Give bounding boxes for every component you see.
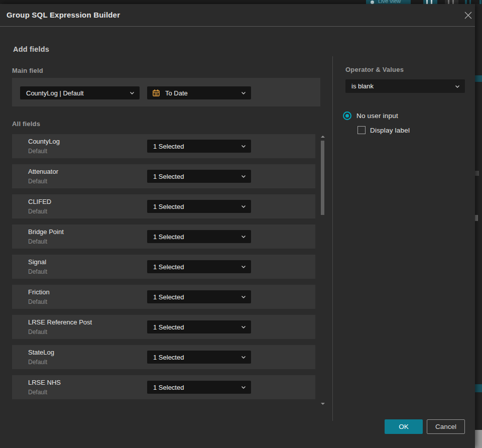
scrollbar[interactable] bbox=[320, 132, 325, 406]
field-sublabel: Default bbox=[28, 298, 47, 305]
field-name: StateLog bbox=[28, 349, 54, 356]
field-row: CountyLog Default 1 Selected bbox=[12, 134, 315, 158]
scroll-down-icon[interactable] bbox=[321, 403, 325, 405]
main-field-value-select[interactable]: To Date bbox=[147, 86, 251, 99]
add-fields-heading: Add fields bbox=[13, 45, 49, 53]
live-dot-icon bbox=[371, 1, 374, 4]
field-selection-dropdown[interactable]: 1 Selected bbox=[147, 230, 251, 243]
title-divider bbox=[0, 26, 475, 27]
field-sublabel: Default bbox=[28, 359, 47, 366]
field-selection-dropdown[interactable]: 1 Selected bbox=[147, 290, 251, 303]
chevron-down-icon bbox=[240, 90, 247, 96]
all-fields-label: All fields bbox=[12, 120, 40, 128]
field-selection-dropdown[interactable]: 1 Selected bbox=[147, 351, 251, 364]
radio-icon bbox=[343, 111, 351, 120]
field-row: LRSE NHS Default 1 Selected bbox=[12, 375, 315, 399]
field-row: StateLog Default 1 Selected bbox=[12, 345, 315, 369]
operator-select[interactable]: is blank bbox=[345, 79, 465, 93]
field-name: Attenuator bbox=[28, 168, 58, 175]
chevron-down-icon bbox=[240, 324, 247, 330]
field-name: LRSE NHS bbox=[28, 379, 61, 386]
close-icon bbox=[464, 11, 472, 20]
chevron-down-icon bbox=[240, 143, 247, 149]
chevron-down-icon bbox=[240, 264, 247, 270]
field-row: CLIFED Default 1 Selected bbox=[12, 194, 315, 218]
group-sql-expression-builder-dialog: Group SQL Expression Builder Add fields … bbox=[0, 4, 475, 448]
calendar-date-icon bbox=[152, 89, 160, 97]
field-selection-dropdown[interactable]: 1 Selected bbox=[147, 140, 251, 153]
main-field-select-value: CountyLog | Default bbox=[20, 89, 84, 97]
background-toolbar-fragment bbox=[476, 0, 482, 4]
field-row: Bridge Point Default 1 Selected bbox=[12, 225, 315, 249]
background-toolbar-fragment bbox=[445, 0, 458, 4]
main-field-select[interactable]: CountyLog | Default bbox=[20, 86, 140, 99]
background-fragment bbox=[475, 75, 482, 82]
background-toolbar-fragment bbox=[462, 0, 471, 4]
field-row: LRSE Reference Post Default 1 Selected bbox=[12, 315, 315, 339]
scrollbar-thumb[interactable] bbox=[321, 141, 324, 215]
no-user-input-label: No user input bbox=[356, 112, 398, 120]
field-name: Friction bbox=[28, 288, 50, 296]
background-app-topbar: Live view bbox=[0, 0, 482, 4]
main-field-panel: CountyLog | Default To Date bbox=[12, 78, 320, 106]
operator-values-label: Operator & Values bbox=[345, 66, 404, 73]
field-row: Attenuator Default 1 Selected bbox=[12, 164, 315, 188]
field-sublabel: Default bbox=[28, 208, 47, 215]
field-sublabel: Default bbox=[28, 328, 47, 335]
background-fragment bbox=[475, 171, 479, 176]
live-view-button[interactable]: Live view bbox=[366, 0, 411, 4]
column-divider bbox=[332, 56, 333, 421]
chevron-down-icon bbox=[240, 384, 247, 390]
chevron-down-icon bbox=[240, 234, 247, 240]
field-sublabel: Default bbox=[28, 238, 47, 245]
main-field-value: To Date bbox=[160, 89, 188, 97]
field-selection-dropdown[interactable]: 1 Selected bbox=[147, 260, 251, 273]
no-user-input-radio[interactable]: No user input bbox=[343, 111, 398, 120]
background-fragment bbox=[475, 215, 478, 221]
field-row: Friction Default 1 Selected bbox=[12, 285, 315, 309]
chevron-down-icon bbox=[454, 83, 460, 89]
field-selection-dropdown[interactable]: 1 Selected bbox=[147, 200, 251, 213]
background-app-sliver bbox=[475, 4, 482, 448]
field-selection-dropdown[interactable]: 1 Selected bbox=[147, 320, 251, 333]
scroll-up-icon[interactable] bbox=[321, 136, 325, 138]
cancel-button[interactable]: Cancel bbox=[427, 419, 465, 434]
field-selection-dropdown[interactable]: 1 Selected bbox=[147, 381, 251, 394]
all-fields-list: CountyLog Default 1 Selected Attenuator … bbox=[12, 134, 315, 403]
field-name: LRSE Reference Post bbox=[28, 318, 92, 326]
live-view-label: Live view bbox=[378, 0, 401, 4]
background-fragment bbox=[475, 384, 482, 392]
field-row: Signal Default 1 Selected bbox=[12, 255, 315, 279]
display-label-checkbox[interactable]: Display label bbox=[357, 126, 410, 134]
screen: Live view Group SQL Expression Builder A… bbox=[0, 0, 482, 448]
main-field-label: Main field bbox=[12, 67, 43, 74]
field-selection-dropdown[interactable]: 1 Selected bbox=[147, 170, 251, 183]
field-name: Bridge Point bbox=[28, 228, 64, 236]
display-label-label: Display label bbox=[370, 127, 410, 134]
field-name: CLIFED bbox=[28, 198, 51, 205]
chevron-down-icon bbox=[240, 203, 247, 209]
chevron-down-icon bbox=[240, 294, 247, 300]
ok-button[interactable]: OK bbox=[385, 419, 423, 434]
field-name: Signal bbox=[28, 258, 46, 266]
background-fragment bbox=[475, 430, 482, 448]
field-sublabel: Default bbox=[28, 178, 47, 185]
chevron-down-icon bbox=[240, 354, 247, 360]
operator-select-value: is blank bbox=[345, 82, 374, 90]
field-name: CountyLog bbox=[28, 138, 60, 145]
close-button[interactable] bbox=[460, 8, 475, 22]
checkbox-icon bbox=[357, 126, 366, 134]
field-sublabel: Default bbox=[28, 148, 47, 155]
field-sublabel: Default bbox=[28, 268, 47, 275]
dialog-title: Group SQL Expression Builder bbox=[7, 4, 120, 26]
chevron-down-icon bbox=[240, 173, 247, 179]
field-sublabel: Default bbox=[28, 389, 47, 396]
chevron-down-icon bbox=[129, 90, 135, 96]
background-toolbar-fragment bbox=[423, 0, 437, 4]
